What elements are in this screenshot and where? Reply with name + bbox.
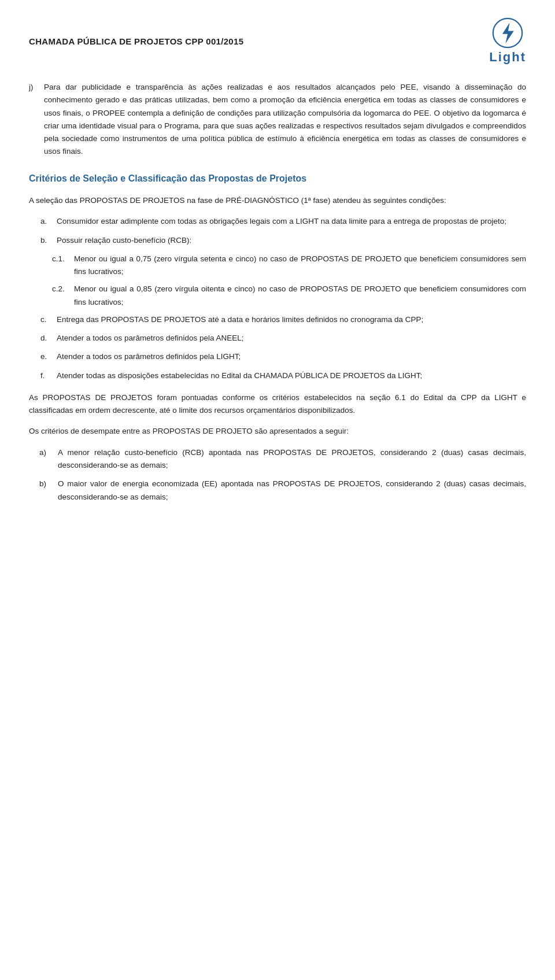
document-title: CHAMADA PÚBLICA DE PROJETOS CPP 001/2015: [29, 36, 243, 46]
sub-text-c2: Menor ou igual a 0,85 (zero vírgula oite…: [74, 283, 526, 309]
list-letter-a: a.: [40, 215, 51, 228]
page-header: CHAMADA PÚBLICA DE PROJETOS CPP 001/2015…: [29, 17, 526, 65]
paragraph-j: j) Para dar publicidade e transparência …: [29, 81, 526, 158]
intro-paragraph: A seleção das PROPOSTAS DE PROJETOS na f…: [29, 194, 526, 207]
list-item-a: a. Consumidor estar adimplente com todas…: [40, 215, 526, 228]
list-text-e: Atender a todos os parâmetros definidos …: [57, 350, 240, 363]
list-item-c: c. Entrega das PROPOSTAS DE PROJETOS até…: [40, 313, 526, 326]
list-text-f: Atender todas as disposições estabelecid…: [57, 369, 422, 382]
sub-item-c1: c.1. Menor ou igual a 0,75 (zero vírgula…: [52, 253, 526, 279]
tiebreak-list: a) A menor relação custo-benefício (RCB)…: [39, 446, 526, 504]
list-text-a: Consumidor estar adimplente com todas as…: [57, 215, 506, 228]
sub-list: c.1. Menor ou igual a 0,75 (zero vírgula…: [52, 253, 526, 309]
paragraph-j-label: j): [29, 81, 39, 158]
tiebreak-text-a: A menor relação custo-benefício (RCB) ap…: [58, 446, 526, 472]
sub-letter-c1: c.1.: [52, 253, 68, 279]
tiebreak-item-a: a) A menor relação custo-benefício (RCB)…: [39, 446, 526, 472]
list-text-c: Entrega das PROPOSTAS DE PROJETOS até a …: [57, 313, 423, 326]
tiebreak-letter-a: a): [39, 446, 52, 472]
sub-item-c2: c.2. Menor ou igual a 0,85 (zero vírgula…: [52, 283, 526, 309]
list-letter-e: e.: [40, 350, 51, 363]
sub-text-c1: Menor ou igual a 0,75 (zero vírgula sete…: [74, 253, 526, 279]
list-letter-c: c.: [40, 313, 51, 326]
list-letter-b: b.: [40, 234, 51, 247]
light-logo-icon: [492, 17, 523, 49]
list-letter-d: d.: [40, 332, 51, 345]
main-content: j) Para dar publicidade e transparência …: [29, 81, 526, 504]
list-text-d: Atender a todos os parâmetros definidos …: [57, 332, 243, 345]
list-item-b: b. Possuir relação custo-benefício (RCB)…: [40, 234, 526, 247]
list-item-e: e. Atender a todos os parâmetros definid…: [40, 350, 526, 363]
list-text-b: Possuir relação custo-benefício (RCB):: [57, 234, 191, 247]
tiebreak-letter-b: b): [39, 478, 52, 504]
list-item-f: f. Atender todas as disposições estabele…: [40, 369, 526, 382]
tiebreak-text-b: O maior valor de energia economizada (EE…: [58, 478, 526, 504]
sub-letter-c2: c.2.: [52, 283, 68, 309]
company-logo: Light: [489, 17, 526, 65]
list-item-d: d. Atender a todos os parâmetros definid…: [40, 332, 526, 345]
list-letter-f: f.: [40, 369, 51, 382]
tiebreak-item-b: b) O maior valor de energia economizada …: [39, 478, 526, 504]
paragraph-j-text: Para dar publicidade e transparência às …: [44, 81, 526, 158]
pontuadas-paragraph: As PROPOSTAS DE PROJETOS foram pontuadas…: [29, 391, 526, 417]
section-title: Critérios de Seleção e Classificação das…: [29, 171, 526, 186]
desempate-paragraph: Os critérios de desempate entre as PROPO…: [29, 425, 526, 438]
